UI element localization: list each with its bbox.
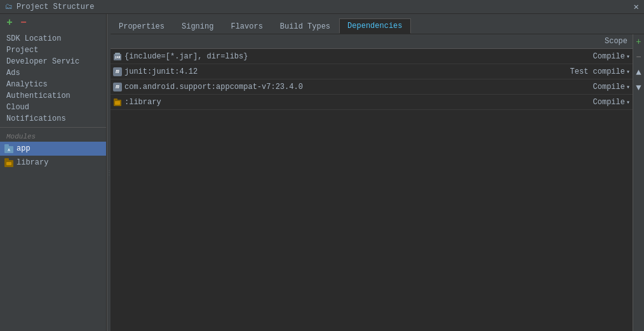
dep-row-text: {include=[*.jar], dir=libs} bbox=[124, 52, 248, 61]
tab-build-types[interactable]: Build Types bbox=[272, 19, 339, 34]
library-module-label: library bbox=[17, 158, 48, 167]
scope-value: Compile bbox=[593, 52, 625, 61]
scope-dropdown-icon[interactable]: ▾ bbox=[626, 98, 630, 106]
svg-rect-4 bbox=[4, 158, 9, 161]
dep-row-scope: Compile ▾ bbox=[547, 98, 630, 107]
scope-dropdown-icon[interactable]: ▾ bbox=[626, 53, 630, 60]
tabs-bar: Properties Signing Flavors Build Types D… bbox=[111, 14, 644, 34]
move-up-button[interactable]: ▲ bbox=[633, 65, 644, 80]
svg-rect-1 bbox=[4, 144, 9, 147]
sidebar-item-notifications[interactable]: Notifications bbox=[0, 113, 106, 125]
scope-dropdown-icon[interactable]: ▾ bbox=[626, 68, 630, 76]
svg-rect-5 bbox=[6, 162, 11, 165]
sidebar-items: SDK Location Project Developer Servic Ad… bbox=[0, 32, 106, 331]
svg-rect-11 bbox=[115, 101, 120, 105]
sidebar-divider bbox=[0, 127, 106, 128]
sidebar-toolbar: + − bbox=[0, 14, 106, 32]
sidebar-module-library[interactable]: library bbox=[0, 156, 106, 170]
dep-header-scope: Scope bbox=[550, 34, 633, 48]
maven-icon: m bbox=[113, 67, 122, 76]
dep-row-scope: Test compile ▾ bbox=[547, 67, 630, 76]
dep-header-name bbox=[111, 34, 550, 48]
remove-dep-button[interactable]: − bbox=[633, 50, 644, 65]
svg-text:JAR: JAR bbox=[114, 56, 120, 60]
main-content: Properties Signing Flavors Build Types D… bbox=[111, 14, 644, 331]
sidebar-item-cloud[interactable]: Cloud bbox=[0, 102, 106, 113]
sidebar-item-sdk-location[interactable]: SDK Location bbox=[0, 33, 106, 44]
project-structure-icon: 🗂 bbox=[5, 2, 13, 11]
app-module-icon: A bbox=[4, 144, 14, 154]
sidebar-item-authentication[interactable]: Authentication bbox=[0, 90, 106, 102]
scope-dropdown-icon[interactable]: ▾ bbox=[626, 83, 630, 91]
dep-row-content: JAR {include=[*.jar], dir=libs} bbox=[113, 52, 547, 61]
scope-value: Test compile bbox=[570, 67, 625, 76]
table-row[interactable]: JAR {include=[*.jar], dir=libs} Compile … bbox=[111, 49, 644, 64]
dep-table-header: Scope bbox=[111, 34, 644, 49]
library-dep-icon bbox=[113, 98, 122, 107]
title-bar: 🗂 Project Structure ✕ bbox=[0, 0, 644, 14]
scope-value: Compile bbox=[593, 98, 625, 107]
sidebar-item-developer-services[interactable]: Developer Servic bbox=[0, 56, 106, 67]
app-module-label: app bbox=[17, 144, 30, 153]
dep-row-scope: Compile ▾ bbox=[547, 52, 630, 61]
dep-rows: JAR {include=[*.jar], dir=libs} Compile … bbox=[111, 49, 644, 331]
dep-row-content: m junit:junit:4.12 bbox=[113, 67, 547, 76]
tab-signing[interactable]: Signing bbox=[173, 19, 222, 34]
right-actions: + − ▲ ▼ bbox=[633, 34, 644, 331]
dep-row-content: :library bbox=[113, 98, 547, 107]
sidebar: + − SDK Location Project Developer Servi… bbox=[0, 14, 107, 331]
table-row[interactable]: m junit:junit:4.12 Test compile ▾ bbox=[111, 64, 644, 79]
add-button[interactable]: + bbox=[4, 17, 15, 29]
tab-flavors[interactable]: Flavors bbox=[222, 19, 271, 34]
tab-dependencies[interactable]: Dependencies bbox=[339, 18, 410, 34]
sidebar-item-analytics[interactable]: Analytics bbox=[0, 79, 106, 90]
maven-icon: m bbox=[113, 83, 122, 91]
add-dep-button[interactable]: + bbox=[633, 34, 644, 50]
library-module-icon bbox=[4, 158, 14, 168]
title-bar-text: Project Structure bbox=[17, 3, 634, 11]
sidebar-item-project[interactable]: Project bbox=[0, 44, 106, 56]
move-down-button[interactable]: ▼ bbox=[633, 80, 644, 95]
dep-row-text: com.android.support:appcompat-v7:23.4.0 bbox=[124, 83, 303, 91]
remove-button[interactable]: − bbox=[18, 17, 29, 29]
dep-row-scope: Compile ▾ bbox=[547, 83, 630, 91]
close-button[interactable]: ✕ bbox=[634, 1, 639, 12]
sidebar-item-ads[interactable]: Ads bbox=[0, 67, 106, 79]
dep-row-text: junit:junit:4.12 bbox=[124, 67, 198, 76]
table-row[interactable]: :library Compile ▾ bbox=[111, 95, 644, 110]
jar-icon: JAR bbox=[113, 52, 122, 61]
tab-properties[interactable]: Properties bbox=[111, 19, 173, 34]
svg-rect-7 bbox=[115, 53, 120, 55]
scope-value: Compile bbox=[593, 83, 625, 91]
dep-row-content: m com.android.support:appcompat-v7:23.4.… bbox=[113, 83, 547, 91]
svg-rect-10 bbox=[114, 98, 117, 100]
svg-text:A: A bbox=[8, 148, 10, 152]
dependencies-container: Scope JAR {include=[* bbox=[111, 34, 644, 331]
main-layout: + − SDK Location Project Developer Servi… bbox=[0, 14, 644, 331]
modules-label: Modules bbox=[0, 130, 106, 142]
dep-row-text: :library bbox=[124, 98, 161, 107]
table-row[interactable]: m com.android.support:appcompat-v7:23.4.… bbox=[111, 79, 644, 95]
sidebar-module-app[interactable]: A app bbox=[0, 142, 106, 156]
